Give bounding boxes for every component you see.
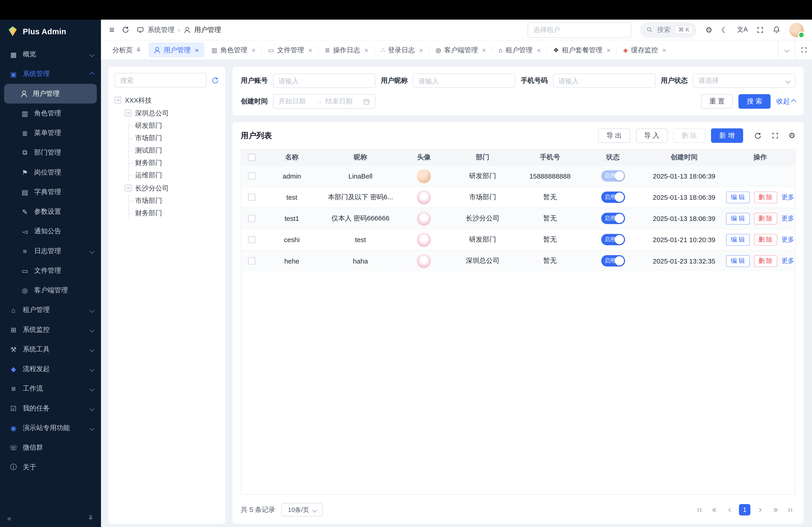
export-button[interactable]: 导 出 [598, 128, 630, 143]
close-icon[interactable]: × [308, 46, 313, 54]
tree-node-root[interactable]: XXX科技 [114, 94, 219, 107]
status-toggle[interactable]: 启用 [601, 234, 625, 245]
page-size-select[interactable]: 10条/页 [281, 503, 323, 517]
jump-back-button[interactable] [709, 504, 721, 515]
edit-button[interactable]: 编 辑 [726, 234, 750, 246]
bell-icon[interactable] [772, 26, 780, 34]
tree-node-dept[interactable]: 财务部门 [129, 157, 219, 169]
tree-node-dept[interactable]: 研发部门 [129, 119, 219, 132]
prev-page-button[interactable] [724, 504, 736, 515]
account-input[interactable] [273, 74, 376, 88]
tree-refresh-icon[interactable] [211, 76, 219, 84]
tree-node-dept[interactable]: 财务部门 [129, 207, 219, 219]
tab-user-mgmt[interactable]: 用户管理 × [149, 42, 204, 58]
fullscreen-icon[interactable] [756, 26, 764, 33]
hamburger-icon[interactable]: ≡ [109, 25, 114, 35]
last-page-button[interactable] [784, 504, 796, 515]
created-date-range[interactable]: 开始日期 → 结束日期 [273, 94, 376, 109]
tab-dropdown-button[interactable] [778, 40, 795, 60]
sidebar-item-system-tools[interactable]: ⚒ 系统工具 [0, 340, 101, 359]
row-checkbox[interactable] [248, 257, 255, 265]
tree-node-dept[interactable]: 市场部门 [129, 195, 219, 207]
first-page-button[interactable] [694, 504, 706, 515]
nickname-input[interactable] [413, 74, 516, 88]
row-checkbox[interactable] [248, 172, 255, 180]
close-icon[interactable]: × [251, 46, 256, 54]
sidebar-item-tenant-mgmt[interactable]: ⌂ 租户管理 [0, 300, 101, 320]
sidebar-item-dept-mgmt[interactable]: ⧉ 部门管理 [0, 143, 101, 163]
breadcrumb-system[interactable]: 系统管理 [147, 25, 174, 34]
sidebar-item-notice[interactable]: ◅ 通知公告 [0, 222, 101, 241]
close-icon[interactable]: × [364, 46, 368, 54]
row-checkbox[interactable] [248, 194, 255, 201]
sidebar-item-process-start[interactable]: ◆ 流程发起 [0, 359, 101, 379]
tab-file-mgmt[interactable]: ▭ 文件管理 × [263, 42, 318, 58]
more-button[interactable]: 更多 [781, 193, 794, 201]
tab-role-mgmt[interactable]: ▥ 角色管理 × [206, 42, 261, 58]
status-toggle[interactable]: 启用 [601, 170, 625, 182]
status-toggle[interactable]: 启用 [601, 213, 625, 224]
more-button[interactable]: 更多 [781, 214, 794, 223]
status-toggle[interactable]: 启用 [601, 191, 625, 203]
sidebar-item-about[interactable]: ⓘ 关于 [0, 457, 101, 477]
table-fullscreen-icon[interactable] [771, 132, 779, 139]
close-icon[interactable]: × [482, 46, 486, 54]
table-settings-icon[interactable]: ⚙ [788, 131, 796, 140]
phone-input[interactable] [553, 74, 655, 88]
sidebar-item-post-mgmt[interactable]: ⚑ 岗位管理 [0, 163, 101, 182]
tab-operation-log[interactable]: ≣ 操作日志 × [320, 42, 374, 58]
next-page-button[interactable] [754, 504, 766, 515]
tab-tenant-package-mgmt[interactable]: ❖ 租户套餐管理 × [548, 42, 616, 58]
close-icon[interactable]: × [537, 46, 541, 54]
sidebar-item-wechat-group[interactable]: ☏ 微信群 [0, 438, 101, 457]
sidebar-item-workflow[interactable]: ⧈ 工作流 [0, 379, 101, 398]
close-icon[interactable]: × [419, 46, 423, 54]
tree-node-branch[interactable]: 深圳总公司 [125, 107, 219, 119]
dept-search-input[interactable] [114, 73, 207, 88]
sidebar-collapse-button[interactable]: « [7, 514, 11, 522]
sidebar-item-menu-mgmt[interactable]: ≣ 菜单管理 [0, 123, 101, 143]
sidebar-item-system-mgmt[interactable]: ▣ 系统管理 [0, 64, 101, 84]
search-button[interactable]: 搜 索 [739, 94, 770, 109]
dark-mode-icon[interactable]: ☾ [721, 25, 728, 34]
translate-icon[interactable]: 文A [737, 25, 748, 34]
sidebar-item-role-mgmt[interactable]: ▥ 角色管理 [0, 104, 101, 123]
global-search-button[interactable]: 搜索 ⌘ K [640, 22, 697, 37]
delete-row-button[interactable]: 删 除 [754, 212, 777, 224]
sidebar-item-overview[interactable]: ▦ 概览 [0, 44, 101, 64]
collapse-toggle-icon[interactable] [125, 110, 131, 117]
user-status-select[interactable]: 请选择 [693, 74, 796, 88]
tree-node-dept[interactable]: 测试部门 [129, 145, 219, 157]
collapse-toggle-icon[interactable] [125, 185, 131, 192]
tab-tenant-mgmt[interactable]: ⌂ 租户管理 × [494, 42, 546, 58]
delete-row-button[interactable]: 删 除 [754, 191, 777, 203]
sidebar-item-log-mgmt[interactable]: ≡ 日志管理 [0, 241, 101, 261]
delete-row-button[interactable]: 删 除 [754, 234, 777, 246]
pin-icon[interactable] [88, 515, 94, 521]
tab-cache-monitor[interactable]: ◈ 缓存监控 × [618, 42, 671, 58]
reset-button[interactable]: 重 置 [701, 94, 733, 109]
avatar[interactable] [789, 22, 804, 37]
collapse-toggle-icon[interactable] [114, 97, 121, 104]
tree-node-dept[interactable]: 市场部门 [129, 132, 219, 144]
sidebar-item-demo-features[interactable]: ◉ 演示站专用功能 [0, 418, 101, 438]
jump-forward-button[interactable] [769, 504, 780, 515]
sidebar-item-param-settings[interactable]: ✎ 参数设置 [0, 202, 101, 221]
close-icon[interactable]: × [195, 46, 199, 54]
more-button[interactable]: 更多 [781, 257, 794, 265]
table-refresh-icon[interactable] [754, 132, 762, 139]
breadcrumb-user-mgmt[interactable]: 用户管理 [194, 25, 221, 34]
sidebar-item-dict-mgmt[interactable]: ▤ 字典管理 [0, 182, 101, 202]
row-checkbox[interactable] [248, 215, 255, 222]
delete-button[interactable]: 删 除 [673, 128, 705, 143]
tree-node-dept[interactable]: 运维部门 [129, 169, 219, 182]
tab-client-mgmt[interactable]: ◎ 客户端管理 × [431, 42, 492, 58]
tenant-select-input[interactable] [527, 22, 631, 37]
collapse-filters-link[interactable]: 收起 [777, 97, 796, 106]
app-logo[interactable]: Plus Admin [0, 20, 101, 42]
delete-row-button[interactable]: 删 除 [754, 255, 777, 267]
status-toggle[interactable]: 启用 [601, 255, 625, 267]
row-checkbox[interactable] [248, 236, 255, 243]
sidebar-item-user-mgmt[interactable]: 用户管理 [4, 84, 97, 104]
tab-fullscreen-button[interactable] [795, 40, 812, 60]
